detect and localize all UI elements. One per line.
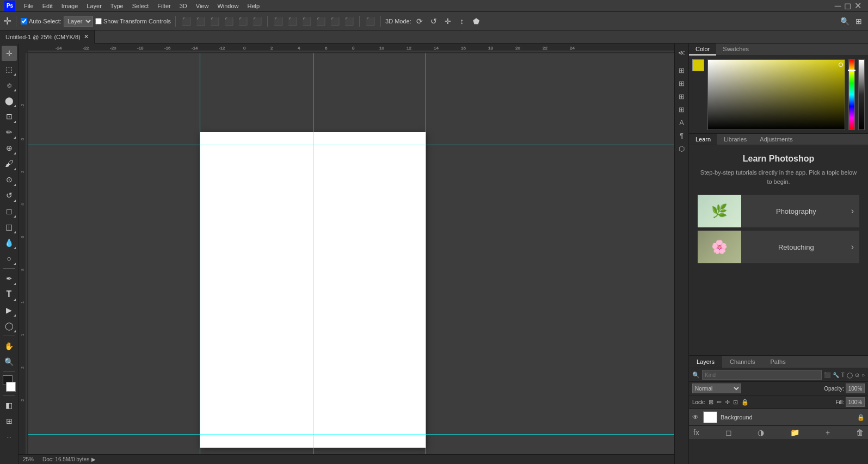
3d-pan-btn[interactable]: ✛ [442, 15, 454, 27]
fill-input[interactable] [846, 397, 865, 407]
menu-select[interactable]: Select [128, 2, 153, 10]
menu-help[interactable]: Help [243, 2, 264, 10]
eraser-tool-btn[interactable]: ◻ [2, 203, 17, 219]
align-bottom-btn[interactable]: ⬛ [208, 15, 220, 27]
align-right-btn[interactable]: ⬛ [251, 15, 263, 27]
swatches-tab[interactable]: Swatches [716, 44, 755, 55]
distribute-left-btn[interactable]: ⬛ [315, 15, 327, 27]
text-icon-btn[interactable]: A [676, 116, 688, 128]
distribute-right-btn[interactable]: ⬛ [343, 15, 355, 27]
align-vcenter-btn[interactable]: ⬛ [194, 15, 206, 27]
lock-artboard-icon[interactable]: ✛ [725, 399, 730, 406]
align-left-btn[interactable]: ⬛ [223, 15, 235, 27]
filter-smart-icon[interactable]: ⊙ [855, 372, 859, 378]
history-brush-tool-btn[interactable]: ↺ [2, 188, 17, 203]
align-top-btn[interactable]: ⬛ [180, 15, 192, 27]
more-tools-btn[interactable]: ··· [2, 429, 17, 444]
menu-window[interactable]: Window [213, 2, 243, 10]
status-arrow[interactable]: ▶ [91, 456, 96, 462]
layer-new-btn[interactable]: + [826, 428, 830, 437]
crop-tool-btn[interactable]: ⊡ [2, 109, 17, 124]
filter-pixel-icon[interactable]: ⬛ [824, 372, 830, 378]
menu-file[interactable]: File [20, 2, 38, 10]
healing-tool-btn[interactable]: ⊕ [2, 140, 17, 156]
zoom-tool-btn[interactable]: 🔍 [2, 354, 17, 369]
distribute-top-btn[interactable]: ⬛ [272, 15, 284, 27]
distribute-vcenter-btn[interactable]: ⬛ [286, 15, 298, 27]
hue-bar[interactable] [848, 59, 855, 130]
distribute-bottom-btn[interactable]: ⬛ [300, 15, 312, 27]
lock-full-icon[interactable]: 🔒 [741, 399, 749, 406]
blur-tool-btn[interactable]: 💧 [2, 235, 17, 250]
adjustments-tab[interactable]: Adjustments [753, 134, 799, 145]
distribute-hcenter-btn[interactable]: ⬛ [329, 15, 341, 27]
layer-fx-btn[interactable]: fx [693, 428, 699, 437]
paragraph-icon-btn[interactable]: ¶ [676, 129, 688, 141]
quick-mask-btn[interactable]: ◧ [2, 398, 17, 413]
learn-tab[interactable]: Learn [689, 134, 717, 145]
type-tool-btn[interactable]: T [2, 287, 17, 302]
layers-tab[interactable]: Layers [689, 356, 722, 368]
filter-toggle[interactable]: ○ [861, 372, 865, 378]
menu-image[interactable]: Image [57, 2, 83, 10]
lock-position-icon[interactable]: ✏ [717, 399, 722, 406]
menu-3d[interactable]: 3D [175, 2, 192, 10]
path-selection-tool-btn[interactable]: ▶ [2, 302, 17, 318]
filter-shape-icon[interactable]: ◯ [847, 372, 853, 378]
screen-mode-btn[interactable]: ⊞ [2, 413, 17, 429]
lock-pixels-icon[interactable]: ⊠ [709, 399, 713, 406]
shape-icon-btn[interactable]: ⬡ [676, 143, 688, 154]
blend-mode-select[interactable]: Normal [692, 383, 741, 393]
3d-scale-btn[interactable]: ⬟ [470, 15, 482, 27]
libraries-tab[interactable]: Libraries [717, 134, 753, 145]
library-icon-btn[interactable]: ⊞ [676, 103, 688, 115]
clone-tool-btn[interactable]: ⊙ [2, 172, 17, 187]
layers-kind-filter[interactable] [702, 370, 822, 380]
alpha-bar[interactable] [858, 59, 865, 130]
learn-card-retouching[interactable]: 🌸 Retouching › [698, 231, 859, 263]
color-tab[interactable]: Color [689, 44, 716, 55]
3d-slide-btn[interactable]: ↕ [456, 15, 468, 27]
layer-visibility-eye[interactable]: 👁 [692, 413, 700, 421]
paths-tab[interactable]: Paths [763, 356, 793, 368]
layer-adjustment-btn[interactable]: ◑ [758, 428, 764, 437]
document-tab[interactable]: Untitled-1 @ 25% (CMYK/8) ✕ [0, 30, 95, 44]
pen-tool-btn[interactable]: ✒ [2, 271, 17, 286]
restore-btn[interactable]: ◻ [844, 1, 851, 11]
menu-filter[interactable]: Filter [153, 2, 175, 10]
lock-all-icon[interactable]: ⊡ [733, 399, 738, 406]
adjustments-icon-btn[interactable]: ⊞ [676, 77, 688, 89]
hand-tool-btn[interactable]: ✋ [2, 338, 17, 354]
minimize-btn[interactable]: ─ [835, 1, 841, 11]
layer-delete-btn[interactable]: 🗑 [856, 428, 864, 437]
arrange-btn[interactable]: ⬛ [364, 15, 376, 27]
channels-tab[interactable]: Channels [722, 356, 762, 368]
close-btn[interactable]: ✕ [854, 1, 861, 11]
show-transform-checkbox[interactable] [95, 18, 102, 24]
align-hcenter-btn[interactable]: ⬛ [237, 15, 249, 27]
menu-layer[interactable]: Layer [82, 2, 106, 10]
lasso-tool-btn[interactable]: ⌾ [2, 77, 17, 92]
menu-view[interactable]: View [192, 2, 213, 10]
quick-select-tool-btn[interactable]: ⬤ [2, 93, 17, 108]
layers-icon-btn[interactable]: ⊞ [676, 90, 688, 102]
workspaces-btn[interactable]: ⊞ [853, 15, 865, 27]
search-btn[interactable]: 🔍 [839, 15, 851, 27]
brush-tool-btn[interactable]: 🖌 [2, 156, 17, 171]
layer-row-background[interactable]: 👁 Background 🔒 [689, 409, 868, 425]
menu-edit[interactable]: Edit [38, 2, 57, 10]
menu-type[interactable]: Type [106, 2, 128, 10]
3d-roll-btn[interactable]: ↺ [428, 15, 440, 27]
filter-adjust-icon[interactable]: 🔧 [833, 372, 839, 378]
filter-text-icon[interactable]: T [841, 372, 845, 378]
shape-tool-btn[interactable]: ◯ [2, 318, 17, 333]
background-color-swatch[interactable] [6, 382, 16, 392]
auto-select-checkbox[interactable] [21, 18, 27, 24]
layer-mask-btn[interactable]: ◻ [725, 428, 732, 437]
learn-card-photography[interactable]: 🌿 Photography › [698, 195, 859, 227]
eyedropper-tool-btn[interactable]: ✏ [2, 125, 17, 140]
opacity-input[interactable] [846, 383, 865, 393]
auto-select-type[interactable]: Layer [64, 16, 93, 27]
3d-rotate-btn[interactable]: ⟳ [414, 15, 426, 27]
color-gradient-picker[interactable] [707, 59, 845, 130]
